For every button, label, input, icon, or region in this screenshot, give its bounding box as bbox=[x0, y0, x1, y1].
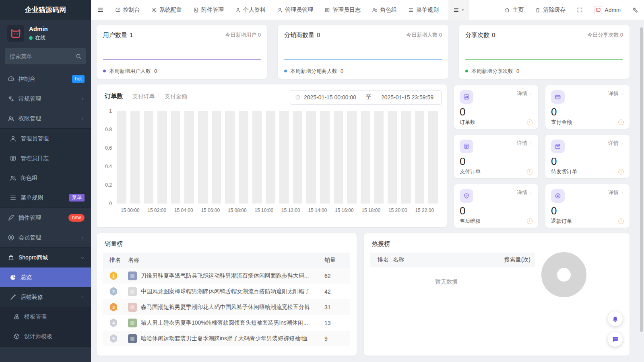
x-tick: 15 10:00 bbox=[251, 208, 278, 213]
wallet-icon bbox=[551, 90, 565, 104]
log-icon bbox=[11, 156, 15, 160]
mini-value: 0 bbox=[551, 156, 624, 167]
table-row[interactable]: 4 猫人男士睡衣男夏季100%纯棉薄款圆领套头短袖套装男ins潮休闲... 13 bbox=[103, 315, 350, 331]
x-axis-labels: 15 00:00 15 02:00 15 04:00 15 06:00 15 0… bbox=[117, 208, 438, 213]
table-row[interactable]: 5 嘻哈休闲运动套装男士夏季潮牌ins胖子大码青少年男装短裤短袖t恤 9 bbox=[103, 331, 350, 346]
sidebar-item-admin-manage[interactable]: 管理员管理 bbox=[0, 129, 91, 148]
nav-tab-role-group[interactable]: 角色组 bbox=[366, 0, 402, 20]
sidebar-item-overview[interactable]: 总览 bbox=[0, 267, 91, 287]
avatar bbox=[7, 25, 24, 42]
sales-value: 42 bbox=[324, 288, 350, 295]
date-range-picker[interactable]: 2025-01-15 00:00:00 至 2025-01-15 23:59:5… bbox=[290, 90, 442, 105]
chart-tab-paid-amount[interactable]: 支付金额 bbox=[165, 93, 187, 100]
chart-background-bar bbox=[144, 111, 153, 204]
sidebar-item-member[interactable]: 会员管理 bbox=[0, 228, 91, 247]
product-thumb bbox=[128, 334, 137, 343]
scrollbar-thumb[interactable] bbox=[640, 27, 643, 332]
sidebar-item-template-manage[interactable]: 模板管理 bbox=[0, 307, 91, 327]
home-button[interactable]: 主页 bbox=[499, 0, 529, 20]
rank-medal: 4 bbox=[109, 319, 118, 327]
chart-background-bar bbox=[361, 111, 370, 204]
sidebar-item-shopro[interactable]: Shopro商城 bbox=[0, 248, 91, 267]
chart-tab-orders[interactable]: 订单数 bbox=[105, 93, 123, 100]
detail-link[interactable]: 详情 bbox=[608, 90, 624, 97]
nav-tab-profile[interactable]: 个人资料 bbox=[229, 0, 271, 20]
user-icon bbox=[11, 136, 15, 141]
sidebar-search-input[interactable] bbox=[5, 48, 86, 64]
sidebar-item-role-group[interactable]: 角色组 bbox=[0, 168, 91, 188]
mini-value: 0 bbox=[460, 106, 533, 118]
product-thumb bbox=[128, 272, 137, 280]
sales-value: 13 bbox=[324, 320, 350, 326]
chat-fab[interactable] bbox=[608, 332, 623, 347]
x-tick: 15 18:00 bbox=[358, 208, 385, 213]
info-circle-icon: ! bbox=[618, 169, 624, 175]
sidebar-item-auth[interactable]: 权限管理 bbox=[0, 109, 91, 128]
hot-search-card: 热搜榜 排名 名称 搜索量(次) 暂无数据 bbox=[364, 233, 630, 356]
sales-rank-title: 销量榜 bbox=[97, 233, 357, 253]
sidebar-item-designer-template[interactable]: 设计师模板 bbox=[0, 327, 91, 346]
chart-background-bar bbox=[374, 111, 384, 204]
hamburger-button[interactable] bbox=[91, 0, 109, 20]
sidebar-item-addon[interactable]: 插件管理 new bbox=[0, 208, 91, 228]
table-row[interactable]: 3 森马国潮短裤男夏季潮印花大码中国风裤子休闲嘻哈潮流宽松五分裤 31 bbox=[103, 299, 350, 315]
info-circle-icon: ! bbox=[527, 169, 533, 175]
tabs-dropdown-button[interactable] bbox=[448, 0, 469, 20]
product-name: 刀锋男鞋夏季透气防臭飞织运动鞋男潮流百搭休闲网面跑步鞋大码... bbox=[141, 272, 309, 280]
product-name: 嘻哈休闲运动套装男士夏季潮牌ins胖子大码青少年男装短裤短袖t恤 bbox=[141, 335, 308, 342]
detail-link[interactable]: 详情 bbox=[608, 189, 624, 196]
nav-tab-menu-rule[interactable]: 菜单规则 bbox=[402, 0, 444, 20]
nav-tab-admin-manage[interactable]: 管理员管理 bbox=[271, 0, 319, 20]
cube-icon bbox=[14, 334, 19, 339]
settings-button[interactable] bbox=[626, 0, 644, 20]
gauge-icon bbox=[8, 76, 14, 80]
hot-search-title: 热搜榜 bbox=[364, 233, 630, 253]
user-icon bbox=[277, 7, 283, 13]
orders-icon bbox=[460, 90, 473, 104]
bars-icon bbox=[408, 7, 414, 13]
table-row[interactable]: 2 中国风龙图案棒球帽男潮牌休闲鸭舌帽女潮流百搭防晒遮阳太阳帽子 42 bbox=[103, 284, 350, 299]
detail-link[interactable]: 详情 bbox=[517, 189, 533, 196]
y-tick: 1 bbox=[100, 108, 112, 114]
sidebar: 企业猫源码网 Admin 在线 控制台 hot 常规管理 权限管理 bbox=[0, 0, 91, 362]
notification-fab[interactable] bbox=[608, 311, 623, 326]
nav-tab-dashboard[interactable]: 控制台 bbox=[109, 0, 146, 20]
caret-down-icon bbox=[461, 8, 465, 12]
chart-background-bar bbox=[320, 111, 330, 204]
product-thumb bbox=[128, 287, 137, 296]
chart-tab-paid-orders[interactable]: 支付订单 bbox=[132, 93, 155, 100]
detail-link[interactable]: 详情 bbox=[608, 140, 624, 147]
y-tick: 0.6 bbox=[100, 145, 112, 151]
nav-tab-config[interactable]: 系统配置 bbox=[146, 0, 188, 20]
clear-cache-button[interactable]: 清除缓存 bbox=[529, 0, 571, 20]
chart-background-bar bbox=[334, 111, 343, 204]
log-icon bbox=[324, 7, 330, 13]
chart-background-bar bbox=[225, 111, 235, 204]
mini-card-to-ship: 详情 0 待发货订单! bbox=[545, 135, 630, 178]
x-tick: 15 20:00 bbox=[384, 208, 411, 213]
nav-tab-attachment[interactable]: 附件管理 bbox=[188, 0, 229, 20]
stat-today: 今日分享次数 0 bbox=[587, 31, 623, 39]
user-menu[interactable]: Admin bbox=[588, 0, 626, 20]
home-icon bbox=[504, 7, 510, 13]
table-row[interactable]: 1 刀锋男鞋夏季透气防臭飞织运动鞋男潮流百搭休闲网面跑步鞋大码... 62 bbox=[103, 268, 350, 284]
date-separator: 至 bbox=[366, 94, 372, 101]
legend-dot bbox=[284, 70, 287, 72]
x-tick: 15 22:00 bbox=[411, 208, 438, 213]
detail-link[interactable]: 详情 bbox=[517, 90, 533, 97]
bars-icon bbox=[11, 196, 15, 200]
search-icon[interactable] bbox=[75, 53, 82, 60]
fullscreen-button[interactable] bbox=[571, 0, 588, 20]
sidebar-item-admin-log[interactable]: 管理员日志 bbox=[0, 148, 91, 168]
sidebar-item-general[interactable]: 常规管理 bbox=[0, 89, 91, 109]
cat-logo-icon bbox=[12, 30, 20, 37]
sidebar-item-decorate[interactable]: 店铺装修 bbox=[0, 287, 91, 307]
detail-link[interactable]: 详情 bbox=[517, 140, 533, 147]
box-icon bbox=[551, 140, 565, 153]
empty-placeholder: 暂无数据 bbox=[364, 278, 529, 286]
mini-value: 0 bbox=[551, 106, 624, 118]
sidebar-item-dashboard[interactable]: 控制台 hot bbox=[0, 69, 91, 89]
sidebar-item-menu-rule[interactable]: 菜单规则 菜单 bbox=[0, 188, 91, 208]
nav-tab-admin-log[interactable]: 管理员日志 bbox=[319, 0, 366, 20]
mini-value: 0 bbox=[460, 156, 533, 167]
